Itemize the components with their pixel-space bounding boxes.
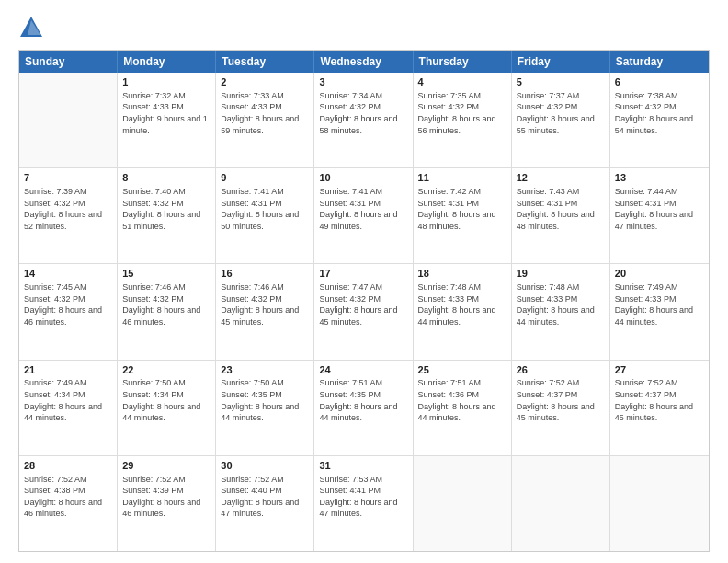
cell-info: Sunrise: 7:41 AM Sunset: 4:31 PM Dayligh… xyxy=(319,186,407,232)
cell-info: Sunrise: 7:49 AM Sunset: 4:33 PM Dayligh… xyxy=(615,282,704,327)
day-number: 30 xyxy=(221,459,309,473)
day-cell-28: 28Sunrise: 7:52 AM Sunset: 4:38 PM Dayli… xyxy=(19,456,118,551)
cell-info: Sunrise: 7:40 AM Sunset: 4:32 PM Dayligh… xyxy=(122,186,210,232)
cell-info: Sunrise: 7:47 AM Sunset: 4:32 PM Dayligh… xyxy=(319,282,407,327)
day-cell-15: 15Sunrise: 7:46 AM Sunset: 4:32 PM Dayli… xyxy=(118,264,216,359)
day-number: 27 xyxy=(615,363,704,377)
cell-info: Sunrise: 7:51 AM Sunset: 4:35 PM Dayligh… xyxy=(319,377,407,423)
day-cell-18: 18Sunrise: 7:48 AM Sunset: 4:33 PM Dayli… xyxy=(414,264,512,359)
day-cell-13: 13Sunrise: 7:44 AM Sunset: 4:31 PM Dayli… xyxy=(610,168,709,263)
day-cell-2: 2Sunrise: 7:33 AM Sunset: 4:33 PM Daylig… xyxy=(216,73,314,167)
day-cell-12: 12Sunrise: 7:43 AM Sunset: 4:31 PM Dayli… xyxy=(512,168,610,263)
day-number: 19 xyxy=(517,267,605,281)
day-number: 20 xyxy=(615,267,704,281)
weekday-header-monday: Monday xyxy=(118,51,216,73)
cell-info: Sunrise: 7:41 AM Sunset: 4:31 PM Dayligh… xyxy=(221,186,309,232)
calendar-header: SundayMondayTuesdayWednesdayThursdayFrid… xyxy=(19,51,709,73)
cell-info: Sunrise: 7:51 AM Sunset: 4:36 PM Dayligh… xyxy=(418,377,506,423)
cell-info: Sunrise: 7:44 AM Sunset: 4:31 PM Dayligh… xyxy=(615,186,704,232)
day-cell-22: 22Sunrise: 7:50 AM Sunset: 4:34 PM Dayli… xyxy=(118,361,216,455)
logo-icon xyxy=(18,15,44,40)
empty-cell xyxy=(19,73,118,167)
day-number: 23 xyxy=(221,363,309,377)
calendar: SundayMondayTuesdayWednesdayThursdayFrid… xyxy=(18,50,710,552)
cell-info: Sunrise: 7:52 AM Sunset: 4:40 PM Dayligh… xyxy=(221,474,309,520)
day-number: 6 xyxy=(615,75,704,89)
day-number: 24 xyxy=(319,363,407,377)
day-cell-10: 10Sunrise: 7:41 AM Sunset: 4:31 PM Dayli… xyxy=(314,168,413,263)
calendar-row-3: 14Sunrise: 7:45 AM Sunset: 4:32 PM Dayli… xyxy=(19,263,709,359)
cell-info: Sunrise: 7:52 AM Sunset: 4:37 PM Dayligh… xyxy=(517,377,605,423)
day-cell-20: 20Sunrise: 7:49 AM Sunset: 4:33 PM Dayli… xyxy=(610,264,709,359)
day-cell-1: 1Sunrise: 7:32 AM Sunset: 4:33 PM Daylig… xyxy=(118,73,216,167)
day-number: 17 xyxy=(319,267,407,281)
cell-info: Sunrise: 7:52 AM Sunset: 4:38 PM Dayligh… xyxy=(24,474,112,520)
day-cell-4: 4Sunrise: 7:35 AM Sunset: 4:32 PM Daylig… xyxy=(414,73,512,167)
day-number: 3 xyxy=(319,75,407,89)
day-number: 5 xyxy=(517,75,605,89)
logo xyxy=(18,15,48,40)
day-number: 4 xyxy=(418,75,506,89)
cell-info: Sunrise: 7:34 AM Sunset: 4:32 PM Dayligh… xyxy=(319,90,407,136)
weekday-header-thursday: Thursday xyxy=(414,51,512,73)
cell-info: Sunrise: 7:35 AM Sunset: 4:32 PM Dayligh… xyxy=(418,90,506,136)
day-number: 31 xyxy=(319,459,407,473)
day-cell-8: 8Sunrise: 7:40 AM Sunset: 4:32 PM Daylig… xyxy=(118,168,216,263)
day-number: 15 xyxy=(122,267,210,281)
cell-info: Sunrise: 7:53 AM Sunset: 4:41 PM Dayligh… xyxy=(319,474,407,520)
cell-info: Sunrise: 7:32 AM Sunset: 4:33 PM Dayligh… xyxy=(122,90,210,136)
header xyxy=(18,15,710,40)
day-cell-27: 27Sunrise: 7:52 AM Sunset: 4:37 PM Dayli… xyxy=(610,361,709,455)
day-cell-19: 19Sunrise: 7:48 AM Sunset: 4:33 PM Dayli… xyxy=(512,264,610,359)
day-cell-6: 6Sunrise: 7:38 AM Sunset: 4:32 PM Daylig… xyxy=(610,73,709,167)
cell-info: Sunrise: 7:52 AM Sunset: 4:37 PM Dayligh… xyxy=(615,377,704,423)
day-number: 25 xyxy=(418,363,506,377)
cell-info: Sunrise: 7:52 AM Sunset: 4:39 PM Dayligh… xyxy=(122,474,210,520)
page: SundayMondayTuesdayWednesdayThursdayFrid… xyxy=(0,0,728,563)
calendar-row-2: 7Sunrise: 7:39 AM Sunset: 4:32 PM Daylig… xyxy=(19,167,709,263)
day-cell-3: 3Sunrise: 7:34 AM Sunset: 4:32 PM Daylig… xyxy=(314,73,413,167)
day-cell-7: 7Sunrise: 7:39 AM Sunset: 4:32 PM Daylig… xyxy=(19,168,118,263)
day-number: 16 xyxy=(221,267,309,281)
day-cell-24: 24Sunrise: 7:51 AM Sunset: 4:35 PM Dayli… xyxy=(314,361,413,455)
empty-cell xyxy=(610,456,709,551)
cell-info: Sunrise: 7:50 AM Sunset: 4:35 PM Dayligh… xyxy=(221,377,309,423)
day-number: 12 xyxy=(517,171,605,185)
day-number: 10 xyxy=(319,171,407,185)
weekday-header-tuesday: Tuesday xyxy=(216,51,314,73)
weekday-header-friday: Friday xyxy=(512,51,610,73)
day-number: 8 xyxy=(122,171,210,185)
day-number: 2 xyxy=(221,75,309,89)
calendar-row-5: 28Sunrise: 7:52 AM Sunset: 4:38 PM Dayli… xyxy=(19,455,709,551)
weekday-header-sunday: Sunday xyxy=(19,51,118,73)
day-cell-14: 14Sunrise: 7:45 AM Sunset: 4:32 PM Dayli… xyxy=(19,264,118,359)
day-cell-17: 17Sunrise: 7:47 AM Sunset: 4:32 PM Dayli… xyxy=(314,264,413,359)
day-cell-23: 23Sunrise: 7:50 AM Sunset: 4:35 PM Dayli… xyxy=(216,361,314,455)
day-cell-5: 5Sunrise: 7:37 AM Sunset: 4:32 PM Daylig… xyxy=(512,73,610,167)
day-number: 21 xyxy=(24,363,112,377)
weekday-header-saturday: Saturday xyxy=(610,51,709,73)
cell-info: Sunrise: 7:50 AM Sunset: 4:34 PM Dayligh… xyxy=(122,377,210,423)
cell-info: Sunrise: 7:48 AM Sunset: 4:33 PM Dayligh… xyxy=(418,282,506,327)
cell-info: Sunrise: 7:48 AM Sunset: 4:33 PM Dayligh… xyxy=(517,282,605,327)
day-cell-21: 21Sunrise: 7:49 AM Sunset: 4:34 PM Dayli… xyxy=(19,361,118,455)
cell-info: Sunrise: 7:33 AM Sunset: 4:33 PM Dayligh… xyxy=(221,90,309,136)
calendar-body: 1Sunrise: 7:32 AM Sunset: 4:33 PM Daylig… xyxy=(19,73,709,551)
cell-info: Sunrise: 7:43 AM Sunset: 4:31 PM Dayligh… xyxy=(517,186,605,232)
day-number: 9 xyxy=(221,171,309,185)
day-number: 14 xyxy=(24,267,112,281)
cell-info: Sunrise: 7:37 AM Sunset: 4:32 PM Dayligh… xyxy=(517,90,605,136)
cell-info: Sunrise: 7:42 AM Sunset: 4:31 PM Dayligh… xyxy=(418,186,506,232)
day-cell-25: 25Sunrise: 7:51 AM Sunset: 4:36 PM Dayli… xyxy=(414,361,512,455)
cell-info: Sunrise: 7:38 AM Sunset: 4:32 PM Dayligh… xyxy=(615,90,704,136)
day-cell-11: 11Sunrise: 7:42 AM Sunset: 4:31 PM Dayli… xyxy=(414,168,512,263)
weekday-header-wednesday: Wednesday xyxy=(314,51,413,73)
day-number: 1 xyxy=(122,75,210,89)
day-number: 13 xyxy=(615,171,704,185)
day-number: 29 xyxy=(122,459,210,473)
day-number: 7 xyxy=(24,171,112,185)
cell-info: Sunrise: 7:46 AM Sunset: 4:32 PM Dayligh… xyxy=(221,282,309,327)
day-cell-31: 31Sunrise: 7:53 AM Sunset: 4:41 PM Dayli… xyxy=(314,456,413,551)
empty-cell xyxy=(414,456,512,551)
day-number: 18 xyxy=(418,267,506,281)
